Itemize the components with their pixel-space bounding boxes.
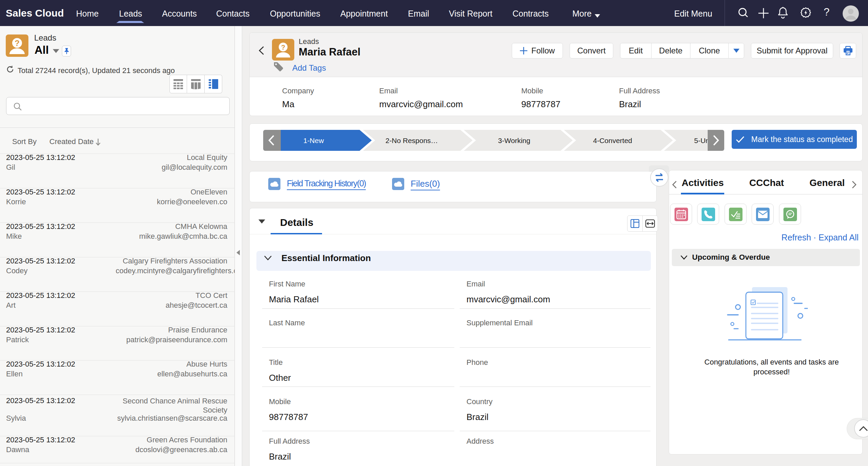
svg-text:1-New: 1-New xyxy=(303,137,324,144)
svg-text:?: ? xyxy=(15,39,20,48)
svg-text:3-Working: 3-Working xyxy=(498,137,530,144)
svg-text:2-No Respons…: 2-No Respons… xyxy=(385,137,438,144)
svg-text:4-Converted: 4-Converted xyxy=(593,137,632,144)
svg-text:?: ? xyxy=(281,44,285,51)
